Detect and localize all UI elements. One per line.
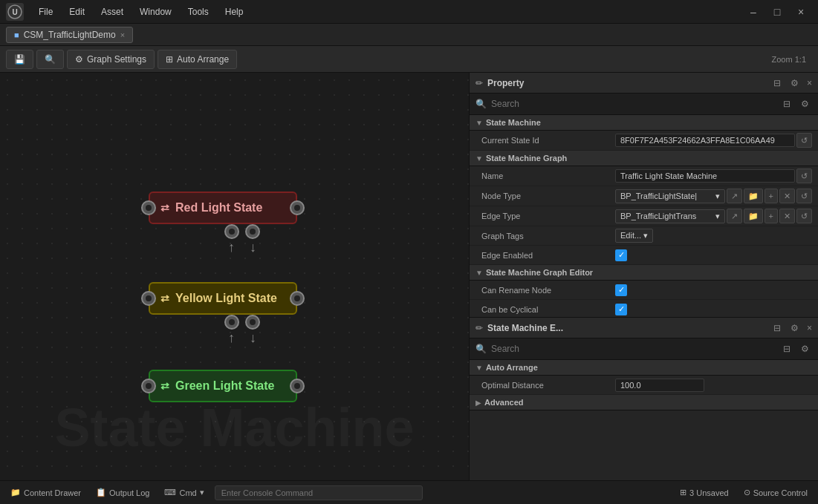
trans-port-4[interactable]	[245, 315, 260, 330]
tab-csm-trafficlight[interactable]: ■ CSM_TrafficLightDemo ×	[6, 27, 133, 43]
auto-arrange-button[interactable]: ⊞ Auto Arrange	[158, 50, 237, 69]
maximize-button[interactable]: □	[766, 4, 788, 20]
section-advanced[interactable]: ▶ Advanced	[470, 395, 818, 410]
console-input[interactable]	[215, 485, 423, 500]
trans-port-1[interactable]	[224, 224, 239, 239]
close-button[interactable]: ×	[790, 4, 812, 20]
port-right[interactable]	[290, 200, 305, 215]
node-type-browse-btn[interactable]: 📁	[744, 189, 763, 203]
node-yellow-light-state[interactable]: ⇄ Yellow Light State	[149, 282, 297, 315]
property-panel-close[interactable]: ×	[807, 78, 812, 88]
node-type-reset-btn[interactable]: ↺	[796, 189, 812, 203]
graph-settings-button[interactable]: ⚙ Graph Settings	[67, 50, 155, 69]
content-drawer-button[interactable]: 📁 Content Drawer	[6, 486, 85, 499]
save-icon: 💾	[14, 54, 25, 65]
section-advanced-title: Advanced	[484, 398, 524, 407]
prop-graph-tags-value: Edit... ▾	[615, 229, 812, 243]
prop-can-rename-node-label: Can Rename Node	[481, 286, 615, 295]
filter-icon[interactable]: ⚙	[797, 96, 812, 111]
reset-name-button[interactable]: ↺	[796, 168, 812, 183]
section-auto-arrange[interactable]: ▼ Auto Arrange	[470, 360, 818, 376]
port-right-3[interactable]	[290, 379, 305, 393]
node-green-light-state[interactable]: ⇄ Green Light State	[149, 370, 297, 402]
edge-type-add-btn[interactable]: +	[765, 209, 778, 223]
prop-name-value: ↺	[615, 168, 812, 183]
save-button[interactable]: 💾	[6, 50, 33, 69]
port-left[interactable]	[141, 200, 156, 215]
menu-file[interactable]: File	[31, 4, 60, 20]
cmd-chevron-icon: ▾	[200, 488, 204, 497]
settings-icon[interactable]: ⚙	[788, 76, 802, 91]
node-type-add-btn[interactable]: +	[765, 189, 778, 203]
sm-editor-columns-icon[interactable]: ⊟	[770, 321, 785, 336]
edge-type-reset-btn[interactable]: ↺	[796, 209, 812, 223]
menu-bar: File Edit Asset Window Tools Help	[31, 4, 742, 20]
sm-editor-gear-icon[interactable]: ⚙	[797, 341, 812, 356]
menu-tools[interactable]: Tools	[181, 4, 216, 20]
property-search-input[interactable]	[491, 99, 775, 109]
chevron-down-icon-3: ▾	[715, 192, 720, 201]
menu-edit[interactable]: Edit	[62, 4, 92, 20]
edge-enabled-checkbox[interactable]	[615, 249, 627, 261]
node-green-port-left	[141, 379, 156, 393]
node-type-dropdown[interactable]: BP_TrafficLightState| ▾	[615, 189, 725, 203]
trans-port-2[interactable]	[245, 224, 260, 239]
port-left-2[interactable]	[141, 291, 156, 306]
current-state-id-input[interactable]	[615, 134, 795, 147]
prop-optimal-distance-label: Optimal Distance	[481, 381, 615, 390]
node-red-light-state[interactable]: ⇄ Red Light State	[149, 192, 297, 224]
sm-editor-filter-icon[interactable]: ⊟	[779, 341, 794, 356]
cmd-button[interactable]: ⌨ Cmd ▾	[160, 486, 208, 499]
trans-port-3[interactable]	[224, 315, 239, 330]
chevron-down-icon-5: ▼	[475, 269, 483, 277]
section-auto-arrange-title: Auto Arrange	[486, 363, 538, 372]
arrow-down-1: ↓	[250, 240, 256, 254]
canvas[interactable]: State Machine ⇄ Red Light State ↑ ↓	[0, 73, 469, 480]
section-sm-graph[interactable]: ▼ State Machine Graph	[470, 151, 818, 166]
columns-icon-2[interactable]: ⊟	[779, 96, 794, 111]
edge-type-clear-btn[interactable]: ✕	[779, 209, 795, 223]
prop-can-be-cyclical-value	[615, 304, 812, 315]
tab-close-button[interactable]: ×	[120, 30, 125, 39]
edge-type-nav-btn[interactable]: ↗	[727, 209, 742, 223]
node-type-nav-btn[interactable]: ↗	[727, 189, 742, 203]
sm-editor-panel-close[interactable]: ×	[807, 323, 812, 333]
node-yellow-port-left	[141, 291, 156, 306]
can-rename-node-checkbox[interactable]	[615, 284, 627, 296]
menu-window[interactable]: Window	[132, 4, 179, 20]
name-input[interactable]	[615, 169, 795, 183]
columns-icon[interactable]: ⊟	[770, 76, 785, 91]
can-be-cyclical-checkbox[interactable]	[615, 304, 627, 315]
minimize-button[interactable]: –	[742, 4, 765, 20]
unsaved-button[interactable]: ⊞ 3 Unsaved	[675, 486, 733, 499]
node-yellow-ports-right	[290, 291, 305, 306]
chevron-down-icon-4: ▾	[715, 212, 720, 221]
arrow-up-2: ↑	[228, 331, 235, 344]
sm-editor-search-icons: ⊟ ⚙	[779, 341, 812, 356]
node-red-ports-right	[290, 200, 305, 215]
menu-help[interactable]: Help	[218, 4, 251, 20]
menu-asset[interactable]: Asset	[94, 4, 131, 20]
section-state-machine[interactable]: ▼ State Machine	[470, 115, 818, 131]
browse-button[interactable]: 🔍	[36, 50, 64, 69]
edge-type-browse-btn[interactable]: 📁	[744, 209, 763, 223]
status-bar: 📁 Content Drawer 📋 Output Log ⌨ Cmd ▾ ⊞ …	[0, 480, 818, 504]
graph-tags-dropdown[interactable]: Edit... ▾	[615, 229, 653, 243]
node-type-text: BP_TrafficLightState|	[620, 192, 697, 200]
output-log-button[interactable]: 📋 Output Log	[91, 486, 154, 499]
reset-state-id-button[interactable]: ↺	[796, 133, 812, 148]
source-control-button[interactable]: ⊙ Source Control	[739, 486, 812, 499]
edge-type-dropdown[interactable]: BP_TrafficLightTrans ▾	[615, 209, 725, 223]
optimal-distance-input[interactable]	[615, 379, 704, 392]
section-sm-graph-editor[interactable]: ▼ State Machine Graph Editor	[470, 265, 818, 281]
canvas-background-text: State Machine	[54, 397, 414, 458]
section-sm-graph-editor-title: State Machine Graph Editor	[486, 268, 593, 277]
prop-node-type: Node Type BP_TrafficLightState| ▾ ↗ 📁 + …	[470, 186, 818, 206]
sm-editor-search-input[interactable]	[491, 344, 775, 354]
port-left-3[interactable]	[141, 379, 156, 393]
graph-settings-label: Graph Settings	[87, 54, 146, 65]
gear-icon: ⚙	[75, 54, 83, 65]
node-type-clear-btn[interactable]: ✕	[779, 189, 795, 203]
sm-editor-settings-icon[interactable]: ⚙	[788, 321, 802, 336]
port-right-2[interactable]	[290, 291, 305, 306]
